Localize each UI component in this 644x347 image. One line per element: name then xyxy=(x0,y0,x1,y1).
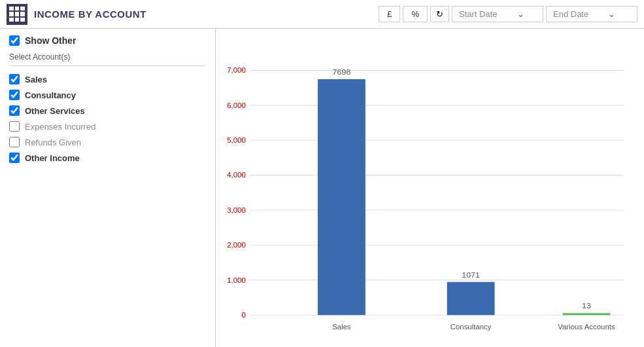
account-checkbox-sales[interactable] xyxy=(9,74,20,84)
end-date-picker[interactable]: End Date ⌄ xyxy=(546,6,637,22)
currency-pct-button[interactable]: % xyxy=(403,6,428,22)
end-date-label: End Date xyxy=(553,9,588,19)
svg-text:0: 0 xyxy=(241,311,245,319)
bar-chart: 0 1,000 2,000 3,000 4,000 5,000 6,000 7,… xyxy=(216,35,637,340)
account-label-other-income: Other Income xyxy=(25,153,80,163)
start-date-label: Start Date xyxy=(459,9,498,19)
page-title: INCOME BY ACCOUNT xyxy=(34,9,379,20)
svg-text:1,000: 1,000 xyxy=(227,276,246,284)
account-label-sales: Sales xyxy=(25,75,47,84)
chart-area: 0 1,000 2,000 3,000 4,000 5,000 6,000 7,… xyxy=(216,29,644,347)
app-header: INCOME BY ACCOUNT £ % ↻ Start Date ⌄ End… xyxy=(0,0,644,29)
select-accounts-label: Select Account(s) xyxy=(9,52,206,66)
account-label-other-services: Other Services xyxy=(25,106,85,116)
account-checkbox-other-services[interactable] xyxy=(9,105,20,116)
account-label-expenses-incurred: Expenses Incurred xyxy=(25,122,95,132)
bar-various-accounts xyxy=(563,313,611,315)
account-checkbox-refunds-given[interactable] xyxy=(9,137,20,147)
sidebar: Show Other Select Account(s) Sales Consu… xyxy=(0,29,216,347)
svg-text:5,000: 5,000 xyxy=(227,136,246,144)
currency-gbp-button[interactable]: £ xyxy=(379,6,400,22)
svg-text:13: 13 xyxy=(582,302,591,311)
account-checkbox-other-income[interactable] xyxy=(9,153,20,163)
start-date-arrow-icon: ⌄ xyxy=(517,9,524,19)
refresh-button[interactable]: ↻ xyxy=(430,6,449,22)
bar-sales xyxy=(318,79,365,315)
start-date-picker[interactable]: Start Date ⌄ xyxy=(452,6,543,22)
account-item-consultancy[interactable]: Consultancy xyxy=(9,87,206,103)
account-checkbox-consultancy[interactable] xyxy=(9,90,20,100)
account-item-sales[interactable]: Sales xyxy=(9,71,206,87)
account-item-other-services[interactable]: Other Services xyxy=(9,103,206,119)
bar-consultancy xyxy=(447,282,495,315)
svg-text:Consultancy: Consultancy xyxy=(450,323,492,331)
svg-text:1071: 1071 xyxy=(462,270,480,280)
account-item-other-income[interactable]: Other Income xyxy=(9,150,206,166)
account-checkbox-expenses-incurred[interactable] xyxy=(9,121,20,132)
show-other-label: Show Other xyxy=(25,35,76,46)
svg-text:4,000: 4,000 xyxy=(227,172,246,179)
account-item-refunds-given[interactable]: Refunds Given xyxy=(9,134,206,150)
svg-text:6,000: 6,000 xyxy=(227,101,246,109)
end-date-arrow-icon: ⌄ xyxy=(608,9,615,19)
account-item-expenses-incurred[interactable]: Expenses Incurred xyxy=(9,119,206,134)
header-controls: £ % ↻ Start Date ⌄ End Date ⌄ xyxy=(379,6,637,22)
svg-text:7,000: 7,000 xyxy=(227,67,246,75)
account-label-refunds-given: Refunds Given xyxy=(25,137,81,147)
show-other-checkbox[interactable] xyxy=(9,35,20,46)
show-other-toggle[interactable]: Show Other xyxy=(9,35,206,46)
svg-text:2,000: 2,000 xyxy=(227,242,246,249)
svg-text:Sales: Sales xyxy=(332,323,351,331)
svg-text:7698: 7698 xyxy=(333,68,351,77)
app-icon xyxy=(7,4,27,25)
account-label-consultancy: Consultancy xyxy=(25,90,76,100)
svg-text:3,000: 3,000 xyxy=(227,206,246,214)
svg-text:Various Accounts: Various Accounts xyxy=(558,323,615,331)
main-content: Show Other Select Account(s) Sales Consu… xyxy=(0,29,644,347)
